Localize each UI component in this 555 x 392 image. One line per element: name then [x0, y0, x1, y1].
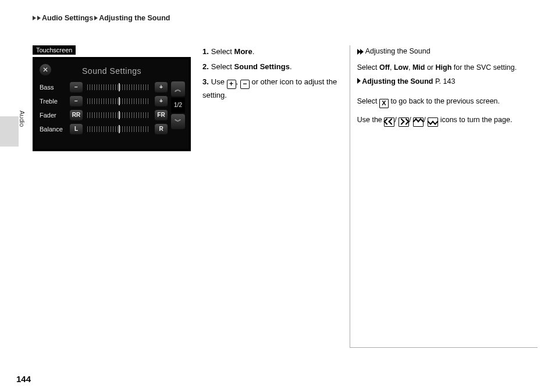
touchscreen-tag: Touchscreen: [33, 45, 76, 55]
setting-label: Treble: [40, 98, 66, 105]
step-2: 2.Select Sound Settings.: [202, 60, 338, 73]
double-right-icon: [399, 117, 409, 127]
setting-label: Fader: [40, 112, 66, 119]
left-button[interactable]: L: [70, 124, 83, 134]
plus-icon: +: [227, 80, 236, 89]
chevron-right-icon: [37, 16, 41, 20]
front-button[interactable]: FR: [155, 110, 168, 120]
page-indicator: 1/2: [171, 98, 185, 113]
double-left-icon: [384, 117, 394, 127]
setting-row: Treble − +: [40, 94, 168, 108]
note-line: Select Off, Low, Mid or High for the SVC…: [357, 62, 538, 74]
close-button[interactable]: ✕: [40, 64, 51, 76]
note-line: Select X to go back to the previous scre…: [357, 95, 538, 108]
page-up-button[interactable]: ︽: [171, 81, 185, 97]
page-number: 144: [16, 374, 31, 384]
setting-label: Bass: [40, 84, 66, 91]
double-chevron-icon: [357, 49, 363, 55]
step-3: 3.Use +, − or other icon to adjust the s…: [202, 76, 338, 102]
plus-button[interactable]: +: [155, 96, 168, 106]
right-button[interactable]: R: [155, 124, 168, 134]
section-tab-label: Audio: [19, 102, 26, 135]
plus-button[interactable]: +: [155, 82, 168, 92]
section-tab: Audio: [0, 116, 19, 147]
breadcrumb-item: Audio Settings: [42, 14, 93, 22]
note-link: Adjusting the Sound P. 143: [357, 76, 538, 88]
setting-row: Balance L R: [40, 122, 168, 136]
slider[interactable]: [87, 112, 150, 118]
minus-button[interactable]: −: [70, 96, 83, 106]
note-line: Use the / / / icons to turn the page.: [357, 114, 538, 127]
page-down-button[interactable]: ︾: [171, 114, 185, 129]
double-down-icon: [428, 117, 438, 127]
setting-label: Balance: [40, 126, 66, 133]
instructions: 1.Select More. 2.Select Sound Settings. …: [202, 45, 338, 348]
slider[interactable]: [87, 84, 150, 90]
slider[interactable]: [87, 98, 150, 104]
step-1: 1.Select More.: [202, 45, 338, 58]
setting-row: Fader RR FR: [40, 108, 168, 122]
slider[interactable]: [87, 126, 150, 132]
link-arrow-icon: [357, 78, 360, 84]
chevron-right-icon: [33, 16, 36, 20]
breadcrumb-item: Adjusting the Sound: [99, 14, 170, 22]
chevron-right-icon: [94, 16, 98, 20]
screen-title: Sound Settings: [82, 66, 141, 76]
minus-icon: −: [240, 80, 250, 89]
x-icon: X: [379, 99, 389, 108]
setting-row: Bass − +: [40, 80, 168, 94]
sidebar-notes: Adjusting the Sound Select Off, Low, Mid…: [350, 45, 538, 348]
rear-button[interactable]: RR: [70, 110, 83, 120]
touchscreen-screenshot: ✕ Sound Settings Bass − + Treble − +: [33, 57, 191, 151]
minus-button[interactable]: −: [70, 82, 83, 92]
double-up-icon: [413, 117, 424, 127]
note-heading: Adjusting the Sound: [357, 45, 538, 58]
breadcrumb: Audio Settings Adjusting the Sound: [0, 14, 538, 22]
